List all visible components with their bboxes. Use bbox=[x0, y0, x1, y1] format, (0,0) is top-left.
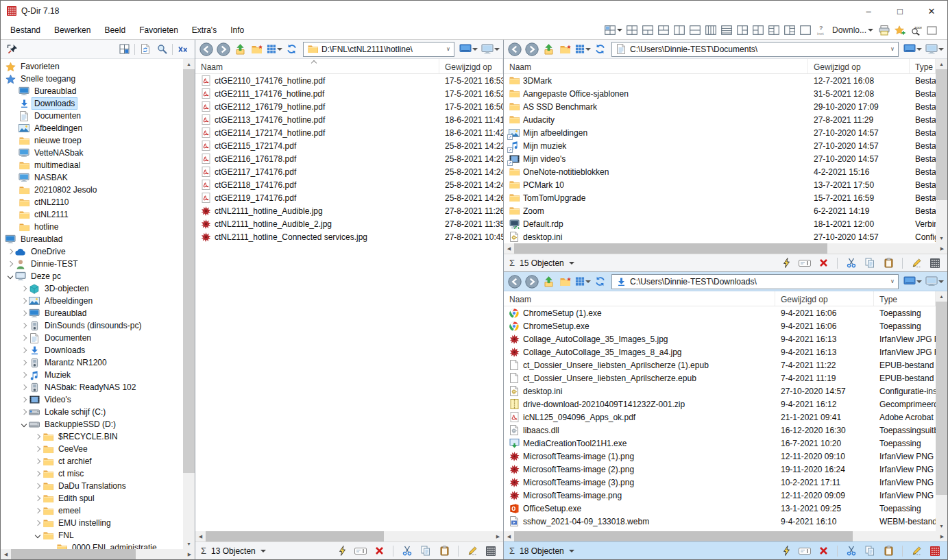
pane-color-button[interactable] bbox=[902, 42, 923, 57]
tree-item-deze-pc[interactable]: Deze pc bbox=[1, 270, 183, 282]
file-row[interactable]: ct_Dossier_Unsere_liebsten_Aprilscherze … bbox=[504, 358, 936, 372]
tree-item-bureaublad[interactable]: Bureaublad bbox=[1, 85, 183, 97]
tree-expander-closed[interactable] bbox=[19, 385, 29, 389]
tree-item-dinnie-test[interactable]: Dinnie-TEST bbox=[1, 258, 183, 270]
tree-vscroll-up-arrow[interactable]: ▲ bbox=[183, 59, 195, 69]
tree-item-multimediaal[interactable]: multimediaal bbox=[1, 159, 183, 171]
search-button[interactable] bbox=[154, 42, 170, 57]
tree-expander-closed[interactable] bbox=[19, 361, 29, 365]
menu-bewerken[interactable]: Bewerken bbox=[47, 23, 97, 38]
layout-right-split-button[interactable] bbox=[735, 23, 750, 38]
tree-item-ct-misc[interactable]: ct misc bbox=[1, 467, 183, 480]
tree-item-emu-instelling[interactable]: EMU instelling bbox=[1, 517, 183, 529]
paste-button[interactable] bbox=[882, 544, 895, 558]
refresh-button[interactable] bbox=[592, 42, 608, 57]
delete-button[interactable] bbox=[816, 256, 830, 270]
file-row[interactable]: Aangepaste Office-sjablonen31-5-2021 12:… bbox=[504, 87, 936, 100]
pane-vertical-scrollbar[interactable]: ▲▼ bbox=[936, 291, 947, 531]
file-row[interactable]: ctGE2110_174176_hotline.pdf17-5-2021 16:… bbox=[195, 74, 503, 87]
tree-item-documenten[interactable]: Documenten bbox=[1, 110, 183, 122]
tree-item-bureaublad[interactable]: Bureaublad bbox=[1, 233, 183, 245]
tree-expander-closed[interactable] bbox=[5, 262, 15, 266]
pane-documents-vscroll-up-arrow[interactable]: ▲ bbox=[936, 59, 947, 69]
flash-button[interactable] bbox=[779, 544, 793, 558]
tree-expander-closed[interactable] bbox=[19, 348, 29, 352]
up-button[interactable] bbox=[232, 42, 248, 57]
layout-quad-main-button[interactable] bbox=[603, 23, 624, 38]
menu-favorieten[interactable]: Favorieten bbox=[132, 23, 185, 38]
file-row[interactable]: ChromeSetup (1).exe9-4-2021 16:06Toepass… bbox=[504, 306, 936, 319]
tree-expander-closed[interactable] bbox=[32, 484, 42, 488]
tree-item-bureaublad[interactable]: Bureaublad bbox=[1, 307, 183, 319]
file-row[interactable]: ctGE2112_176179_hotline.pdf17-5-2021 16:… bbox=[195, 100, 503, 113]
layout-vsplit-button[interactable] bbox=[672, 23, 687, 38]
tree-hscroll-thumb[interactable] bbox=[11, 549, 136, 559]
tree-item-afbeeldingen[interactable]: Afbeeldingen bbox=[1, 295, 183, 307]
tree-expander-closed[interactable] bbox=[19, 324, 29, 328]
file-row[interactable]: ctGE2111_174176_hotline.pdf17-5-2021 16:… bbox=[195, 87, 503, 100]
object-count[interactable]: 18 Objecten bbox=[520, 546, 564, 556]
layout-quad-button[interactable] bbox=[624, 23, 640, 38]
pane-downloads-vscroll-down-arrow[interactable]: ▼ bbox=[936, 521, 947, 531]
file-row[interactable]: ↗Mijn muziek27-10-2020 14:57Bestan bbox=[504, 139, 936, 152]
file-row[interactable]: Audacity27-8-2021 11:29Bestan bbox=[504, 113, 936, 126]
close-tree-button[interactable] bbox=[175, 42, 191, 57]
copy-button[interactable] bbox=[863, 256, 877, 270]
pane-hotline-hscroll-left-arrow[interactable]: ◀ bbox=[195, 531, 206, 541]
pane-style-button[interactable] bbox=[924, 42, 945, 57]
address-bar[interactable]: C:\Users\Dinnie-TEST\Documents\∨ bbox=[611, 42, 899, 57]
cut-button[interactable] bbox=[400, 544, 414, 558]
tree-item-dadu-translations[interactable]: DaDu Translations bbox=[1, 480, 183, 492]
tree-item-0000-fnl-administratie[interactable]: 0000 FNL administratie bbox=[1, 541, 183, 549]
tree-item-ctnl2110[interactable]: ctNL2110 bbox=[1, 196, 183, 208]
column-header-type[interactable]: Type bbox=[910, 59, 936, 73]
layout-dropdown-caret[interactable] bbox=[617, 29, 622, 32]
column-header-gewijzigd-op[interactable]: Gewijzigd op bbox=[775, 291, 874, 306]
file-row[interactable]: ctNL2111_hotline_Connected services.jpg2… bbox=[195, 230, 503, 243]
file-row[interactable]: desktop.ini27-10-2020 14:57Configuratie-… bbox=[504, 385, 936, 398]
back-button[interactable] bbox=[198, 42, 214, 57]
pane-vertical-scrollbar[interactable]: ▲▼ bbox=[936, 59, 947, 243]
file-row[interactable]: icNL125_094096_Apps_ok.pdf21-1-2021 09:4… bbox=[504, 411, 936, 424]
tree-item-nasbak[interactable]: NASBAK bbox=[1, 171, 183, 184]
file-row[interactable]: OneNote-notitieblokken4-2-2021 15:16Best… bbox=[504, 165, 936, 178]
pen-button[interactable] bbox=[465, 544, 479, 558]
tree-expander-closed[interactable] bbox=[32, 447, 42, 451]
address-dropdown-icon[interactable]: ∨ bbox=[887, 42, 898, 56]
address-bar[interactable]: D:\FNL\ctNL2111\hotline\∨ bbox=[303, 42, 454, 57]
column-header-naam[interactable]: Naam bbox=[504, 59, 808, 73]
paste-button[interactable] bbox=[437, 544, 451, 558]
file-row[interactable]: libaacs.dll16-12-2020 16:30Toepassingsui… bbox=[504, 424, 936, 437]
single-window-button[interactable] bbox=[924, 23, 939, 38]
qdir-button[interactable] bbox=[928, 256, 942, 270]
pane-documents-vscroll-down-arrow[interactable]: ▼ bbox=[936, 233, 947, 243]
pane-horizontal-scrollbar[interactable]: ◀▶ bbox=[504, 531, 947, 541]
up-button[interactable] bbox=[541, 274, 557, 289]
tree-item-snelle-toegang[interactable]: Snelle toegang bbox=[1, 73, 183, 85]
delete-button[interactable] bbox=[372, 544, 386, 558]
new-folder-button[interactable] bbox=[558, 274, 574, 289]
pane-color-button[interactable] bbox=[458, 42, 478, 57]
tree-item-vettenasbak[interactable]: VetteNASbak bbox=[1, 147, 183, 159]
tree-expander-closed[interactable] bbox=[32, 472, 42, 476]
layout-quad-left-button[interactable] bbox=[766, 23, 781, 38]
file-row[interactable]: MicrosoftTeams-image.png12-11-2020 09:09… bbox=[504, 489, 936, 502]
object-count[interactable]: 15 Objecten bbox=[520, 258, 564, 268]
file-row[interactable]: AS SSD Benchmark29-10-2020 17:09Bestan bbox=[504, 100, 936, 113]
file-row[interactable]: MicrosoftTeams-image (1).png12-11-2020 0… bbox=[504, 450, 936, 463]
tree-item-favorieten[interactable]: Favorieten bbox=[1, 60, 183, 73]
tree-hscroll-right-arrow[interactable]: ▶ bbox=[184, 549, 195, 559]
file-row[interactable]: TomTomUpgrade15-7-2021 16:59Bestan bbox=[504, 191, 936, 204]
pane-downloads-hscroll-right-arrow[interactable]: ▶ bbox=[937, 531, 947, 541]
layout-quad-right-button[interactable] bbox=[782, 23, 797, 38]
column-header-naam[interactable]: Naam bbox=[195, 59, 439, 73]
tree-item-downloads[interactable]: Downloads bbox=[1, 97, 183, 110]
tree-item-muziek[interactable]: Muziek bbox=[1, 369, 183, 381]
tree-item--recycle-bin[interactable]: $RECYCLE.BIN bbox=[1, 430, 183, 443]
tree-expander-closed[interactable] bbox=[32, 509, 42, 513]
file-row[interactable]: ctGE2116_176178.pdf25-8-2021 14:23 bbox=[195, 152, 503, 165]
tree-expander-open[interactable] bbox=[32, 533, 42, 537]
pane-downloads-hscroll-left-arrow[interactable]: ◀ bbox=[504, 531, 514, 541]
forward-button[interactable] bbox=[215, 42, 231, 57]
qdir-button[interactable] bbox=[928, 544, 942, 558]
